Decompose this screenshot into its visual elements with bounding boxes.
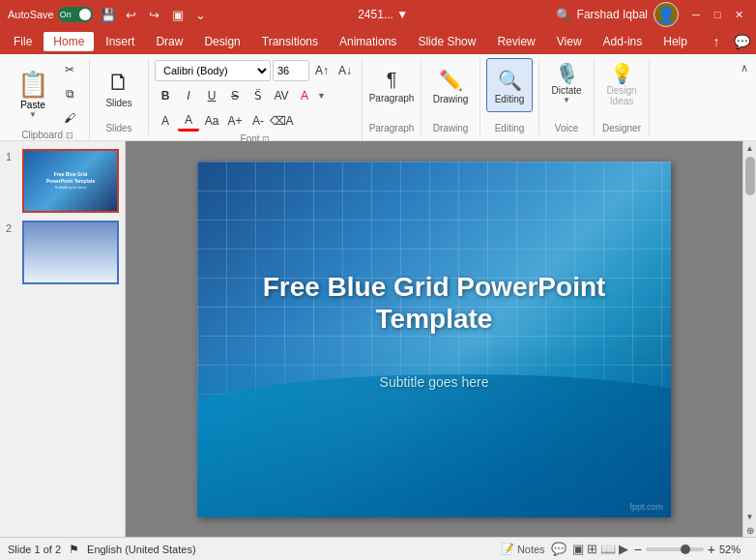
redo-icon[interactable]: ↪ <box>145 5 164 24</box>
bold-button[interactable]: B <box>155 85 176 106</box>
comments-icon[interactable]: 💬 <box>551 542 567 556</box>
ribbon-group-clipboard: 📋 Paste ▼ ✂ ⧉ 🖌 Clipboard ⊡ <box>6 58 90 142</box>
paste-button[interactable]: 📋 Paste ▼ <box>12 58 54 130</box>
autosave-area: AutoSave On <box>8 7 93 22</box>
menu-addins[interactable]: Add-ins <box>594 32 653 51</box>
slide-sorter-icon[interactable]: ⊞ <box>587 542 597 556</box>
char-spacing-button[interactable]: AV <box>271 85 292 106</box>
slide-1-bg: Free Blue GridPowerPoint TemplateSubtitl… <box>24 151 117 211</box>
dictate-dropdown[interactable]: ▼ <box>563 96 570 104</box>
design-ideas-icon: 💡 <box>610 62 634 85</box>
scroll-down-button[interactable]: ▼ <box>743 510 757 523</box>
ribbon-group-voice: 🎙️ Dictate ▼ Voice <box>539 58 595 135</box>
username: Farshad Iqbal <box>577 8 648 21</box>
slide-panel: 1 Free Blue GridPowerPoint TemplateSubti… <box>0 141 126 537</box>
designer-label: Designer <box>600 123 643 135</box>
share-button[interactable]: ↑ <box>706 31 727 52</box>
slide-thumb-1[interactable]: 1 Free Blue GridPowerPoint TemplateSubti… <box>6 149 119 213</box>
share-icon[interactable]: 🔍 <box>556 8 571 22</box>
clipboard-expand[interactable]: ⊡ <box>66 131 73 140</box>
close-button[interactable]: ✕ <box>729 5 748 24</box>
slide-title[interactable]: Free Blue Grid PowerPoint Template <box>245 271 624 336</box>
menu-slideshow[interactable]: Slide Show <box>408 32 485 51</box>
paragraph-icon: ¶ <box>387 69 397 91</box>
menu-animations[interactable]: Animations <box>330 32 406 51</box>
font-size-grow[interactable]: A+ <box>224 110 246 132</box>
menu-review[interactable]: Review <box>487 32 544 51</box>
decrease-font-size-button[interactable]: A↓ <box>334 60 356 81</box>
text-highlight-button[interactable]: A <box>155 110 176 132</box>
status-bar: Slide 1 of 2 ⚑ English (United States) 📝… <box>0 537 756 560</box>
minimize-button[interactable]: ─ <box>686 5 706 24</box>
maximize-button[interactable]: □ <box>708 5 727 24</box>
ribbon: 📋 Paste ▼ ✂ ⧉ 🖌 Clipboard ⊡ 🗋 Slides <box>0 54 756 141</box>
font-size-input[interactable] <box>273 60 309 81</box>
normal-view-icon[interactable]: ▣ <box>572 542 584 556</box>
slide-subtitle[interactable]: Subtitle goes here <box>292 374 576 390</box>
italic-button[interactable]: I <box>178 85 199 106</box>
notes-icon: 📝 <box>501 543 514 555</box>
menu-insert[interactable]: Insert <box>96 32 144 51</box>
menu-design[interactable]: Design <box>194 32 249 51</box>
slide-thumb-2[interactable]: 2 <box>6 221 119 284</box>
presentation-icon[interactable]: ▣ <box>168 5 188 24</box>
clear-format-button[interactable]: ⌫A <box>271 110 292 132</box>
menu-help[interactable]: Help <box>654 32 697 51</box>
accessibility-icon[interactable]: ⚑ <box>69 543 79 556</box>
more-options-icon[interactable]: ⌄ <box>191 5 211 24</box>
menu-draw[interactable]: Draw <box>146 32 192 51</box>
cut-button[interactable]: ✂ <box>56 58 83 81</box>
title-bar: AutoSave On 💾 ↩ ↪ ▣ ⌄ 2451... ▼ 🔍 Farsha… <box>0 0 756 29</box>
zoom-out-button[interactable]: − <box>634 542 642 557</box>
zoom-slider[interactable] <box>646 547 704 551</box>
uppercase-button[interactable]: Aa <box>201 110 222 132</box>
slide-1-thumbnail[interactable]: Free Blue GridPowerPoint TemplateSubtitl… <box>22 149 119 213</box>
scroll-fit-button[interactable]: ⊕ <box>743 523 757 537</box>
dictate-button[interactable]: 🎙️ Dictate ▼ <box>545 58 588 108</box>
scroll-thumb[interactable] <box>745 157 755 195</box>
notes-button[interactable]: 📝 Notes <box>501 543 545 555</box>
drawing-button[interactable]: ✏️ Drawing <box>427 58 474 112</box>
undo-icon[interactable]: ↩ <box>122 5 141 24</box>
ribbon-collapse-button[interactable]: ∧ <box>737 60 752 75</box>
menu-view[interactable]: View <box>547 32 592 51</box>
menu-home[interactable]: Home <box>44 32 94 51</box>
presenter-view-icon[interactable]: ▶ <box>619 542 628 556</box>
reading-view-icon[interactable]: 📖 <box>600 542 616 556</box>
scroll-track[interactable] <box>743 155 757 510</box>
menu-transitions[interactable]: Transitions <box>252 32 328 51</box>
scroll-up-button[interactable]: ▲ <box>743 141 757 155</box>
zoom-level[interactable]: 52% <box>719 544 748 555</box>
increase-font-size-button[interactable]: A↑ <box>311 60 333 81</box>
autosave-toggle[interactable]: On <box>58 7 93 22</box>
slide-canvas[interactable]: Free Blue Grid PowerPoint Template Subti… <box>197 162 671 517</box>
design-ideas-button[interactable]: 💡 DesignIdeas <box>600 58 643 110</box>
zoom-in-button[interactable]: + <box>708 542 715 557</box>
paste-icon: 📋 <box>17 70 48 100</box>
font-color-button[interactable]: A <box>178 110 199 132</box>
slides-label: Slides <box>96 123 142 135</box>
new-slide-button[interactable]: 🗋 Slides <box>96 58 142 116</box>
language[interactable]: English (United States) <box>87 544 196 555</box>
text-color-button[interactable]: A <box>294 85 315 106</box>
editing-button[interactable]: 🔍 Editing <box>486 58 533 112</box>
paragraph-button[interactable]: ¶ Paragraph <box>368 58 415 112</box>
slide-2-thumbnail[interactable] <box>22 221 119 284</box>
user-avatar[interactable]: 👤 <box>654 2 679 27</box>
toggle-knob <box>79 9 91 20</box>
font-size-shrink[interactable]: A- <box>247 110 269 132</box>
menu-file[interactable]: File <box>4 32 42 51</box>
editing-label: Editing <box>486 123 533 135</box>
shadow-button[interactable]: S̈ <box>247 85 269 106</box>
comment-button[interactable]: 💬 <box>731 31 752 52</box>
clipboard-label: Clipboard ⊡ <box>12 130 83 142</box>
save-icon[interactable]: 💾 <box>99 5 118 24</box>
strikethrough-button[interactable]: S <box>224 85 246 106</box>
underline-button[interactable]: U <box>201 85 222 106</box>
copy-button[interactable]: ⧉ <box>56 82 83 105</box>
format-painter-button[interactable]: 🖌 <box>56 106 83 130</box>
font-more-dropdown[interactable]: ▼ <box>317 91 326 101</box>
paste-dropdown[interactable]: ▼ <box>29 110 37 119</box>
font-family-select[interactable]: Calibri (Body) <box>155 60 271 81</box>
status-right: 📝 Notes 💬 ▣ ⊞ 📖 ▶ − + 52% <box>501 542 748 557</box>
